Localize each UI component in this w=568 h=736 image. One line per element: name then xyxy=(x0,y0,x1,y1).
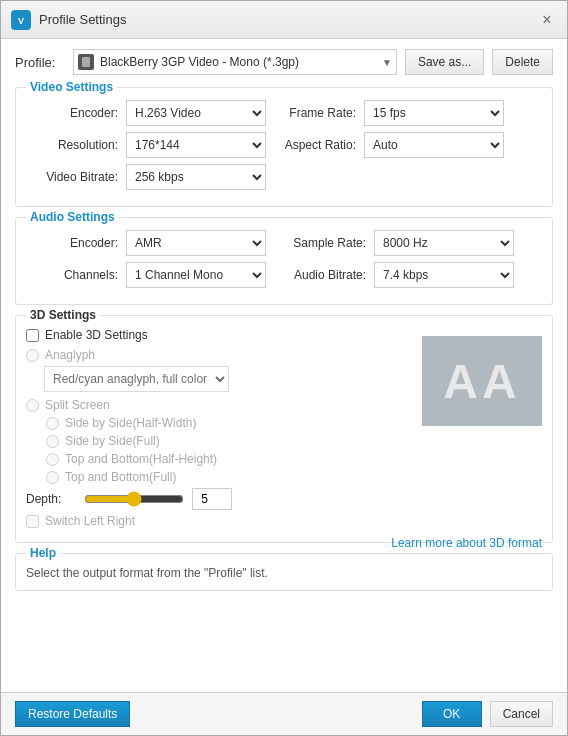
audio-encoder-select[interactable]: AMR xyxy=(126,230,266,256)
profile-dropdown-arrow: ▼ xyxy=(382,57,392,68)
split-option-label-0: Side by Side(Half-Width) xyxy=(65,416,196,430)
anaglyph-label[interactable]: Anaglyph xyxy=(45,348,95,362)
encoder-select[interactable]: H.263 Video xyxy=(126,100,266,126)
depth-input[interactable] xyxy=(192,488,232,510)
video-encoder-framerate-row: Encoder: H.263 Video Frame Rate: 15 fps xyxy=(26,100,542,126)
video-settings-body: Encoder: H.263 Video Frame Rate: 15 fps xyxy=(26,100,542,190)
resolution-select[interactable]: 176*144 xyxy=(126,132,266,158)
resolution-label: Resolution: xyxy=(26,138,126,152)
audio-settings-body: Encoder: AMR Sample Rate: 8000 Hz xyxy=(26,230,542,288)
profile-row: Profile: BlackBerry 3GP Video - Mono (*.… xyxy=(15,49,553,75)
restore-defaults-button[interactable]: Restore Defaults xyxy=(15,701,130,727)
split-option-radio-2[interactable] xyxy=(46,453,59,466)
samplerate-label: Sample Rate: xyxy=(284,236,374,250)
profile-select-container[interactable]: BlackBerry 3GP Video - Mono (*.3gp) ▼ xyxy=(73,49,397,75)
help-title: Help xyxy=(26,546,60,560)
channels-select[interactable]: 1 Channel Mono xyxy=(126,262,266,288)
depth-slider[interactable] xyxy=(84,491,184,507)
aspectratio-col: Aspect Ratio: Auto xyxy=(284,132,542,158)
switch-row: Switch Left Right xyxy=(26,514,542,528)
audio-encoder-col: Encoder: AMR xyxy=(26,230,284,256)
split-option-label-1: Side by Side(Full) xyxy=(65,434,160,448)
audiobitrate-select[interactable]: 7.4 kbps xyxy=(374,262,514,288)
split-option-radio-3[interactable] xyxy=(46,471,59,484)
samplerate-col: Sample Rate: 8000 Hz xyxy=(284,230,542,256)
3d-settings-title: 3D Settings xyxy=(26,308,100,322)
framerate-label: Frame Rate: xyxy=(284,106,364,120)
anaglyph-select[interactable]: Red/cyan anaglyph, full color xyxy=(44,366,229,392)
channels-col: Channels: 1 Channel Mono xyxy=(26,262,284,288)
help-body: Select the output format from the "Profi… xyxy=(26,566,542,580)
video-settings-section: Video Settings Encoder: H.263 Video Fram… xyxy=(15,87,553,207)
content-area: Profile: BlackBerry 3GP Video - Mono (*.… xyxy=(1,39,567,692)
aspectratio-label: Aspect Ratio: xyxy=(284,138,364,152)
profile-value: BlackBerry 3GP Video - Mono (*.3gp) xyxy=(96,55,380,69)
framerate-col: Frame Rate: 15 fps xyxy=(284,100,542,126)
splitscreen-radio[interactable] xyxy=(26,399,39,412)
3d-preview-text: AA xyxy=(443,354,520,409)
profile-settings-dialog: V Profile Settings × Profile: BlackBerry… xyxy=(0,0,568,736)
device-icon xyxy=(78,54,94,70)
footer-right-buttons: OK Cancel xyxy=(422,701,553,727)
help-section: Help Select the output format from the "… xyxy=(15,553,553,591)
videobitrate-col: Video Bitrate: 256 kbps xyxy=(26,164,284,190)
3d-settings-section: 3D Settings AA Enable 3D Settings Anagly… xyxy=(15,315,553,543)
video-resolution-aspect-row: Resolution: 176*144 Aspect Ratio: Auto xyxy=(26,132,542,158)
audiobitrate-label: Audio Bitrate: xyxy=(284,268,374,282)
video-bitrate-row: Video Bitrate: 256 kbps xyxy=(26,164,542,190)
switch-label[interactable]: Switch Left Right xyxy=(45,514,135,528)
profile-label: Profile: xyxy=(15,55,65,70)
encoder-col: Encoder: H.263 Video xyxy=(26,100,284,126)
encoder-label: Encoder: xyxy=(26,106,126,120)
switch-checkbox[interactable] xyxy=(26,515,39,528)
split-option-label-2: Top and Bottom(Half-Height) xyxy=(65,452,217,466)
audio-channels-bitrate-row: Channels: 1 Channel Mono Audio Bitrate: … xyxy=(26,262,542,288)
audiobitrate-col: Audio Bitrate: 7.4 kbps xyxy=(284,262,542,288)
close-button[interactable]: × xyxy=(537,10,557,30)
enable-3d-label[interactable]: Enable 3D Settings xyxy=(45,328,148,342)
enable-3d-checkbox[interactable] xyxy=(26,329,39,342)
cancel-button[interactable]: Cancel xyxy=(490,701,553,727)
split-option-radio-0[interactable] xyxy=(46,417,59,430)
resolution-col: Resolution: 176*144 xyxy=(26,132,284,158)
title-bar: V Profile Settings × xyxy=(1,1,567,39)
3d-preview: AA xyxy=(422,336,542,426)
split-options-group: Side by Side(Half-Width) Side by Side(Fu… xyxy=(26,416,542,484)
videobitrate-select[interactable]: 256 kbps xyxy=(126,164,266,190)
learn-more-link[interactable]: Learn more about 3D format xyxy=(391,536,542,550)
audio-encoder-samplerate-row: Encoder: AMR Sample Rate: 8000 Hz xyxy=(26,230,542,256)
delete-button[interactable]: Delete xyxy=(492,49,553,75)
depth-label: Depth: xyxy=(26,492,76,506)
title-bar-left: V Profile Settings xyxy=(11,10,126,30)
footer: Restore Defaults OK Cancel xyxy=(1,692,567,735)
app-icon: V xyxy=(11,10,31,30)
split-option-label-3: Top and Bottom(Full) xyxy=(65,470,176,484)
save-as-button[interactable]: Save as... xyxy=(405,49,484,75)
svg-text:V: V xyxy=(18,16,24,26)
framerate-select[interactable]: 15 fps xyxy=(364,100,504,126)
aspectratio-select[interactable]: Auto xyxy=(364,132,504,158)
split-option-3: Top and Bottom(Full) xyxy=(46,470,542,484)
split-option-1: Side by Side(Full) xyxy=(46,434,542,448)
audio-settings-title: Audio Settings xyxy=(26,210,119,224)
splitscreen-label[interactable]: Split Screen xyxy=(45,398,110,412)
videobitrate-label: Video Bitrate: xyxy=(26,170,126,184)
video-settings-title: Video Settings xyxy=(26,80,117,94)
anaglyph-radio[interactable] xyxy=(26,349,39,362)
audio-settings-section: Audio Settings Encoder: AMR Sample Rate:… xyxy=(15,217,553,305)
split-option-2: Top and Bottom(Half-Height) xyxy=(46,452,542,466)
dialog-title: Profile Settings xyxy=(39,12,126,27)
help-text: Select the output format from the "Profi… xyxy=(26,566,542,580)
depth-row: Depth: xyxy=(26,488,542,510)
audio-encoder-label: Encoder: xyxy=(26,236,126,250)
samplerate-select[interactable]: 8000 Hz xyxy=(374,230,514,256)
split-option-radio-1[interactable] xyxy=(46,435,59,448)
channels-label: Channels: xyxy=(26,268,126,282)
ok-button[interactable]: OK xyxy=(422,701,482,727)
